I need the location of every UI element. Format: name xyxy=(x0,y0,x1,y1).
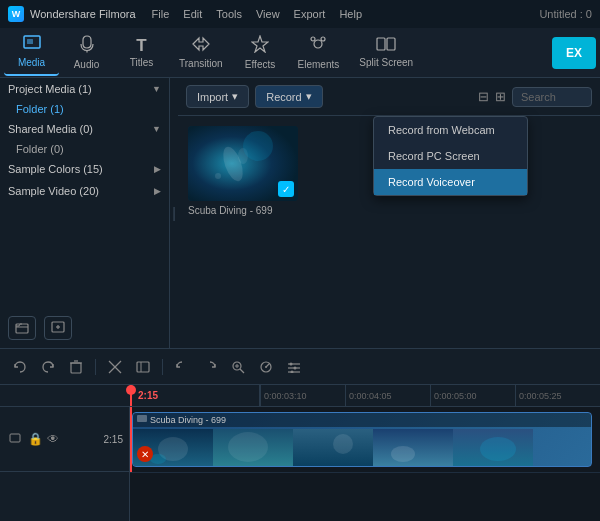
tl-sep-2 xyxy=(162,359,163,375)
add-media-button[interactable] xyxy=(44,316,72,340)
zoom-button[interactable] xyxy=(226,355,250,379)
menu-tools[interactable]: Tools xyxy=(216,8,242,20)
add-folder-button[interactable] xyxy=(8,316,36,340)
frame-4 xyxy=(373,429,453,466)
svg-rect-7 xyxy=(377,38,385,50)
adjust-button[interactable] xyxy=(282,355,306,379)
media-item-label: Scuba Diving - 699 xyxy=(188,205,273,216)
svg-point-16 xyxy=(215,173,221,179)
speed-button[interactable] xyxy=(254,355,278,379)
search-input[interactable] xyxy=(512,87,592,107)
export-button[interactable]: EX xyxy=(552,37,596,69)
delete-button[interactable] xyxy=(64,355,88,379)
video-track: Scuba Diving - 699 xyxy=(130,407,600,472)
toolbar-titles[interactable]: T Titles xyxy=(114,30,169,76)
sample-colors-arrow: ▶ xyxy=(154,164,161,174)
toolbar-media-label: Media xyxy=(18,57,45,68)
resize-handle[interactable] xyxy=(170,78,178,348)
menu-file[interactable]: File xyxy=(152,8,170,20)
timeline-ruler: 2:15 0:00:03:10 0:00:04:05 0:00:05:00 0:… xyxy=(0,385,600,407)
trim-button[interactable] xyxy=(131,355,155,379)
menu-export[interactable]: Export xyxy=(294,8,326,20)
svg-rect-18 xyxy=(71,363,81,373)
track-lock-icon[interactable]: 🔒 xyxy=(28,432,43,446)
svg-rect-9 xyxy=(16,324,28,333)
split-screen-icon xyxy=(376,37,396,54)
sample-video-arrow: ▶ xyxy=(154,186,161,196)
redo-button[interactable] xyxy=(36,355,60,379)
folder-1-label: Folder (1) xyxy=(16,103,64,115)
track-visibility-icon[interactable]: 👁 xyxy=(47,432,59,446)
import-label: Import xyxy=(197,91,228,103)
record-screen-item[interactable]: Record PC Screen xyxy=(374,143,527,169)
audio-icon xyxy=(79,35,95,56)
record-voiceover-item[interactable]: Record Voiceover xyxy=(374,169,527,195)
panel-add-buttons xyxy=(0,308,169,348)
record-screen-label: Record PC Screen xyxy=(388,150,480,162)
bottom-track xyxy=(130,472,600,502)
rotate-right-button[interactable] xyxy=(198,355,222,379)
toolbar-elements[interactable]: Elements xyxy=(288,30,350,76)
svg-rect-23 xyxy=(137,362,149,372)
current-time: 2:15 xyxy=(138,390,158,401)
menu-view[interactable]: View xyxy=(256,8,280,20)
project-media-header[interactable]: Project Media (1) ▼ xyxy=(0,78,169,100)
titles-icon: T xyxy=(136,37,146,54)
media-toolbar: Import ▾ Record ▾ ⊟ ⊞ Record from Webcam… xyxy=(178,78,600,116)
grid-icon[interactable]: ⊞ xyxy=(495,89,506,104)
folder-1-item[interactable]: Folder (1) xyxy=(0,100,169,118)
import-button[interactable]: Import ▾ xyxy=(186,85,249,108)
svg-point-36 xyxy=(294,366,297,369)
remove-clip-button[interactable]: ✕ xyxy=(137,446,153,462)
svg-marker-3 xyxy=(252,36,268,52)
ruler-mark-3: 0:00:05:25 xyxy=(515,385,600,406)
svg-rect-39 xyxy=(137,415,147,422)
clip-label: Scuba Diving - 699 xyxy=(133,413,591,427)
toolbar-elements-label: Elements xyxy=(298,59,340,70)
undo-button[interactable] xyxy=(8,355,32,379)
sample-colors-header[interactable]: Sample Colors (15) ▶ xyxy=(0,158,169,180)
svg-point-43 xyxy=(333,434,353,454)
toolbar-effects[interactable]: Effects xyxy=(233,30,288,76)
track-add-icon[interactable] xyxy=(6,430,24,448)
video-clip[interactable]: Scuba Diving - 699 xyxy=(132,412,592,467)
playhead-dot xyxy=(126,385,136,395)
rotate-left-button[interactable] xyxy=(170,355,194,379)
project-media-label: Project Media (1) xyxy=(8,83,92,95)
record-webcam-label: Record from Webcam xyxy=(388,124,495,136)
ruler-mark-2: 0:00:05:00 xyxy=(430,385,515,406)
track-content: Scuba Diving - 699 xyxy=(130,407,600,521)
shared-media-header[interactable]: Shared Media (0) ▼ xyxy=(0,118,169,140)
timeline-playhead xyxy=(130,385,132,407)
svg-point-37 xyxy=(291,370,294,373)
record-button[interactable]: Record ▾ xyxy=(255,85,322,108)
toolbar-split-screen[interactable]: Split Screen xyxy=(349,30,423,76)
toolbar-transition-label: Transition xyxy=(179,58,223,69)
cut-button[interactable] xyxy=(103,355,127,379)
sample-video-header[interactable]: Sample Video (20) ▶ xyxy=(0,180,169,202)
elements-icon xyxy=(309,35,327,56)
shared-folder-item[interactable]: Folder (0) xyxy=(0,140,169,158)
filter-icon[interactable]: ⊟ xyxy=(478,89,489,104)
svg-point-31 xyxy=(265,366,267,368)
toolbar-transition[interactable]: Transition xyxy=(169,30,233,76)
toolbar-effects-label: Effects xyxy=(245,59,275,70)
frame-5 xyxy=(453,429,533,466)
toolbar-media[interactable]: Media xyxy=(4,30,59,76)
toolbar-split-screen-label: Split Screen xyxy=(359,57,413,68)
menu-edit[interactable]: Edit xyxy=(183,8,202,20)
record-webcam-item[interactable]: Record from Webcam xyxy=(374,117,527,143)
toolbar-titles-label: Titles xyxy=(130,57,154,68)
import-chevron-icon: ▾ xyxy=(232,90,238,103)
svg-rect-38 xyxy=(10,434,20,442)
sample-video-label: Sample Video (20) xyxy=(8,185,99,197)
tl-sep-1 xyxy=(95,359,96,375)
record-voiceover-label: Record Voiceover xyxy=(388,176,475,188)
toolbar-audio[interactable]: Audio xyxy=(59,30,114,76)
media-thumbnail[interactable]: ✓ xyxy=(188,126,298,201)
toolbar: Media Audio T Titles Transition Effects … xyxy=(0,28,600,78)
menu-help[interactable]: Help xyxy=(339,8,362,20)
frame-3 xyxy=(293,429,373,466)
record-label: Record xyxy=(266,91,301,103)
clip-title: Scuba Diving - 699 xyxy=(150,415,226,425)
